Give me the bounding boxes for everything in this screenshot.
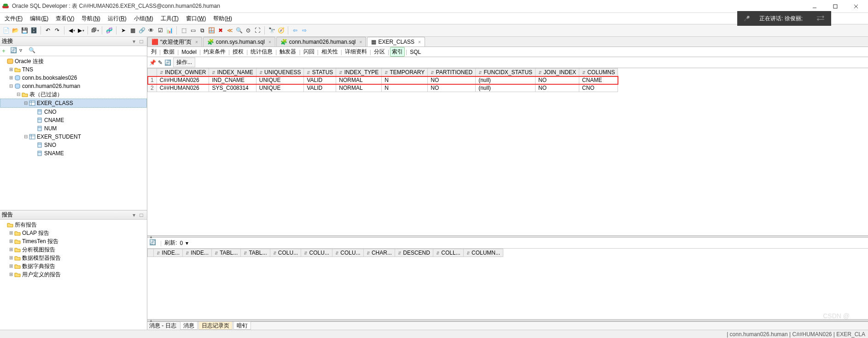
col-header[interactable]: ⇵ TEMPORARY [382, 69, 428, 76]
tree-node[interactable]: NUM [0, 124, 147, 133]
zoom-reset-icon[interactable]: ⊙ [244, 26, 252, 35]
relation-icon[interactable]: 🔗 [138, 26, 146, 35]
delete-red-icon[interactable]: ✖ [216, 26, 225, 35]
menu-h[interactable]: 帮助(H) [210, 14, 236, 23]
col-header[interactable]: ⇵ INDEX_TYPE [336, 69, 382, 76]
report-icon[interactable]: 📊 [165, 26, 174, 35]
select-icon[interactable]: ⬚ [180, 26, 188, 35]
doc-tab[interactable]: ▦ EXER_CLASS × [367, 37, 425, 47]
tree-node[interactable]: ⊞ TimesTen 报告 [0, 237, 147, 245]
tree-twisty-icon[interactable]: ⊞ [8, 270, 14, 279]
new-icon[interactable]: 📄 [2, 26, 10, 35]
view-icon[interactable]: 👁 [147, 26, 155, 35]
refresh-grid-icon[interactable]: 🔄 [164, 59, 171, 66]
subtab-索引[interactable]: 索引 [390, 47, 405, 57]
subtab-数据[interactable]: 数据 [162, 47, 176, 57]
tree-twisty-icon[interactable]: ⊞ [8, 254, 14, 262]
dba-icon[interactable]: 🧬 [105, 26, 113, 35]
subtab-列[interactable]: 列 [149, 47, 158, 57]
add-conn-icon[interactable]: ＋ [1, 47, 9, 55]
reports-tree[interactable]: 所有报告 ⊞ OLAP 报告 ⊞ TimesTen 报告 ⊞ 分析视图报告 ⊞ … [0, 220, 147, 330]
refresh-dropdown-icon[interactable]: ▾ [186, 240, 188, 246]
grid-icon[interactable]: ▦ [128, 26, 137, 35]
detail-col-header[interactable]: ⇵ COLL... [433, 249, 463, 257]
detail-refresh-icon[interactable]: 🔄 [149, 239, 157, 247]
tree-node[interactable]: SNAME [0, 149, 147, 157]
task-icon[interactable]: ☑ [156, 26, 164, 35]
tree-twisty-icon[interactable]: ⊞ [8, 237, 14, 245]
detail-grid[interactable]: ⇵ INDE...⇵ INDE...⇵ TABL...⇵ TABL...⇵ CO… [147, 249, 868, 319]
sql-worksheet-icon[interactable]: 🗊 [91, 26, 99, 35]
index-grid[interactable]: ⇵ INDEX_OWNER⇵ INDEX_NAME⇵ UNIQUENESS⇵ S… [147, 68, 868, 235]
cursor-icon[interactable]: ➤ [119, 26, 128, 35]
subtab-分区[interactable]: 分区 [372, 47, 387, 57]
subtab-闪回[interactable]: 闪回 [302, 47, 316, 57]
tree-node[interactable]: ⊞ TNS [0, 65, 147, 74]
tree-node[interactable]: ⊟ EXER_CLASS [0, 99, 147, 108]
tree-node[interactable]: 所有报告 [0, 221, 147, 229]
open-icon[interactable]: 📂 [11, 26, 19, 35]
close-button[interactable] [845, 0, 866, 13]
subtab-Model[interactable]: Model [180, 48, 198, 56]
subtab-约束条件[interactable]: 约束条件 [202, 47, 227, 57]
tree-twisty-icon[interactable]: ⊟ [23, 99, 29, 107]
menu-r[interactable]: 运行(R) [104, 14, 130, 23]
tree-node[interactable]: ⊟ conn.human026.human [0, 82, 147, 90]
msg-tab[interactable]: 暗钉 [233, 321, 251, 330]
detail-col-header[interactable]: ⇵ COLU... [301, 249, 332, 257]
panel-restore-icon[interactable]: □ [138, 38, 145, 45]
connections-tree[interactable]: Oracle 连接 ⊞ TNS ⊞ conn.bs.booksales026 ⊟… [0, 56, 147, 210]
tree-twisty-icon[interactable]: ⊞ [8, 74, 14, 82]
col-header[interactable]: ⇵ UNIQUENESS [256, 69, 304, 76]
tree-twisty-icon[interactable]: ⊞ [8, 262, 14, 270]
detail-col-header[interactable]: ⇵ COLUMN... [463, 249, 503, 257]
detail-col-header[interactable]: ⇵ TABL... [241, 249, 270, 257]
window-icon[interactable]: 🪟 [207, 26, 216, 35]
menu-v[interactable]: 查看(V) [52, 14, 78, 23]
tree-twisty-icon[interactable]: ⊟ [23, 133, 29, 141]
tree-node[interactable]: ⊞ 分析视图报告 [0, 245, 147, 254]
horizontal-splitter[interactable] [147, 235, 868, 238]
panel-min2-icon[interactable]: ▾ [130, 212, 138, 218]
detail-col-header[interactable]: ⇵ COLU... [332, 249, 363, 257]
col-header[interactable]: ⇵ PARTITIONED [428, 69, 476, 76]
tree-twisty-icon[interactable]: ⊞ [8, 229, 14, 237]
col-header[interactable]: ⇵ INDEX_NAME [209, 69, 256, 76]
doc-tab[interactable]: 🧩 conn.human026.human.sql × [276, 37, 367, 47]
col-header[interactable]: ⇵ FUNCIDX_STATUS [476, 69, 536, 76]
expand-icon[interactable]: ⛶ [253, 26, 262, 35]
detail-col-header[interactable]: ⇵ CHAR... [363, 249, 395, 257]
tree-twisty-icon[interactable]: ⊞ [8, 65, 14, 74]
tree-twisty-icon[interactable]: ⊞ [8, 245, 14, 254]
tree-twisty-icon[interactable]: ⊟ [8, 82, 14, 90]
pin-icon[interactable]: 📌 [149, 59, 156, 66]
subtab-相关性[interactable]: 相关性 [320, 47, 340, 57]
table-row[interactable]: 1 C##HUMAN026IND_CNAMEUNIQUEVALIDNORMALN… [148, 76, 618, 84]
msg-tab[interactable]: 日志记录页 [198, 321, 233, 330]
goto-icon[interactable]: 🧭 [277, 26, 285, 35]
save-all-icon[interactable]: 🗄️ [29, 26, 38, 35]
tree-node[interactable]: ⊞ 数据字典报告 [0, 262, 147, 270]
menu-e[interactable]: 编辑(E) [26, 14, 52, 23]
panel-restore2-icon[interactable]: □ [138, 212, 145, 218]
save-icon[interactable]: 💾 [20, 26, 29, 35]
nav-back-icon[interactable]: ◀ [67, 26, 76, 35]
rect-icon[interactable]: ▭ [189, 26, 197, 35]
col-header[interactable]: ⇵ COLUMNS [579, 69, 618, 76]
subtab-统计信息[interactable]: 统计信息 [249, 47, 274, 57]
subtab-详细资料[interactable]: 详细资料 [343, 47, 369, 57]
menu-w[interactable]: 窗口(W) [182, 14, 210, 23]
redo-icon[interactable]: ↷ [53, 26, 61, 35]
tree-node[interactable]: Oracle 连接 [0, 57, 147, 65]
horizontal-splitter-2[interactable] [147, 319, 868, 321]
tree-node[interactable]: ⊟ 表（已过滤） [0, 90, 147, 99]
arrow-right-icon[interactable]: ⇨ [300, 26, 309, 35]
table-row[interactable]: 2 C##HUMAN026SYS_C008314UNIQUEVALIDNORMA… [148, 84, 618, 92]
close-tab-icon[interactable]: × [268, 40, 271, 45]
tree-node[interactable]: ⊞ 用户定义的报告 [0, 270, 147, 279]
col-header[interactable]: ⇵ INDEX_OWNER [157, 69, 209, 76]
nav-fwd-icon[interactable]: ▶ [76, 26, 85, 35]
actions-button[interactable]: 操作... [173, 58, 195, 67]
filter-icon[interactable]: ▿ [19, 47, 28, 55]
menu-n[interactable]: 导航(N) [78, 14, 104, 23]
